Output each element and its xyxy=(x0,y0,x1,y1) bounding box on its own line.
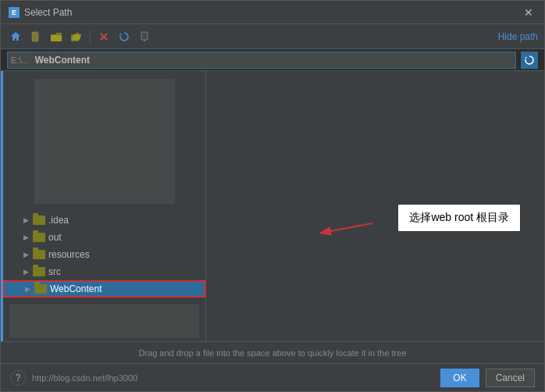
folder-button[interactable] xyxy=(48,28,65,45)
cut-button[interactable] xyxy=(95,28,112,45)
folder-icon-webcontent xyxy=(34,284,47,294)
folder-open-icon xyxy=(70,31,83,42)
folder-icon-idea xyxy=(33,216,45,225)
bottom-left: ? http://blog.csdn.net/lhp3000 xyxy=(10,370,137,386)
file-icon xyxy=(30,31,41,42)
tree-bottom-preview xyxy=(9,304,199,338)
select-path-dialog: E Select Path ✕ xyxy=(0,0,545,392)
watermark-text: http://blog.csdn.net/lhp3000 xyxy=(32,373,137,383)
pin-button[interactable] xyxy=(136,28,153,45)
dialog-icon: E xyxy=(9,7,20,18)
separator-1 xyxy=(90,30,91,43)
tree-items: ▶ .idea ▶ out ▶ resources ▶ s xyxy=(3,212,205,298)
tree-item-webcontent[interactable]: ▶ WebContent xyxy=(3,280,205,298)
tree-label-src: src xyxy=(48,266,61,277)
expand-arrow-src: ▶ xyxy=(22,268,30,276)
svg-line-5 xyxy=(322,223,372,233)
path-input-container[interactable]: E:\... WebContent xyxy=(7,52,516,69)
cancel-button[interactable]: Cancel xyxy=(486,369,535,387)
main-panel: 选择web root 根目录 xyxy=(206,71,544,341)
annotation-text: 选择web root 根目录 xyxy=(409,211,509,223)
content-area: ▶ .idea ▶ out ▶ resources ▶ s xyxy=(1,71,544,341)
path-refresh-button[interactable] xyxy=(521,52,538,69)
hide-path-button[interactable]: Hide path xyxy=(498,31,538,42)
ok-button[interactable]: OK xyxy=(440,369,479,387)
tree-item-idea[interactable]: ▶ .idea xyxy=(3,212,205,229)
status-bar: Drag and drop a file into the space abov… xyxy=(1,341,544,363)
expand-arrow-out: ▶ xyxy=(22,233,30,241)
svg-rect-3 xyxy=(141,32,148,40)
status-message: Drag and drop a file into the space abov… xyxy=(138,348,406,358)
folder-icon-out xyxy=(33,233,45,242)
bottom-bar: ? http://blog.csdn.net/lhp3000 OK Cancel xyxy=(1,363,544,391)
refresh-icon xyxy=(119,31,130,42)
home-icon xyxy=(10,31,21,42)
expand-arrow-idea: ▶ xyxy=(22,216,30,224)
tree-item-out[interactable]: ▶ out xyxy=(3,229,205,246)
cut-icon xyxy=(98,31,109,42)
tree-panel: ▶ .idea ▶ out ▶ resources ▶ s xyxy=(3,71,206,341)
tree-label-idea: .idea xyxy=(48,215,69,226)
close-button[interactable]: ✕ xyxy=(521,5,536,20)
dialog-title: Select Path xyxy=(24,7,72,18)
title-bar: E Select Path ✕ xyxy=(1,1,544,24)
toolbar: Hide path xyxy=(1,24,544,49)
arrow-icon xyxy=(525,55,534,65)
expand-arrow-webcontent: ▶ xyxy=(23,285,31,293)
tree-label-webcontent: WebContent xyxy=(50,283,102,294)
file-preview-area xyxy=(34,79,175,204)
title-bar-left: E Select Path xyxy=(9,7,72,18)
tree-item-resources[interactable]: ▶ resources xyxy=(3,246,205,263)
refresh-button[interactable] xyxy=(116,28,133,45)
annotation-box: 选择web root 根目录 xyxy=(397,204,521,232)
folder-icon-src xyxy=(33,267,45,276)
folder-icon xyxy=(50,31,62,42)
path-prefix: E:\... xyxy=(8,55,32,65)
home-button[interactable] xyxy=(7,28,24,45)
file-button[interactable] xyxy=(27,28,45,45)
tree-label-out: out xyxy=(48,232,62,243)
help-button[interactable]: ? xyxy=(10,370,26,386)
folder-open-button[interactable] xyxy=(68,28,85,45)
folder-icon-resources xyxy=(33,250,45,259)
path-current: WebContent xyxy=(32,55,93,66)
tree-label-resources: resources xyxy=(48,249,90,260)
annotation-arrow xyxy=(314,216,376,241)
expand-arrow-resources: ▶ xyxy=(22,251,30,258)
tree-item-src[interactable]: ▶ src xyxy=(3,263,205,280)
pin-icon xyxy=(139,31,150,42)
path-bar: E:\... WebContent xyxy=(1,49,544,71)
